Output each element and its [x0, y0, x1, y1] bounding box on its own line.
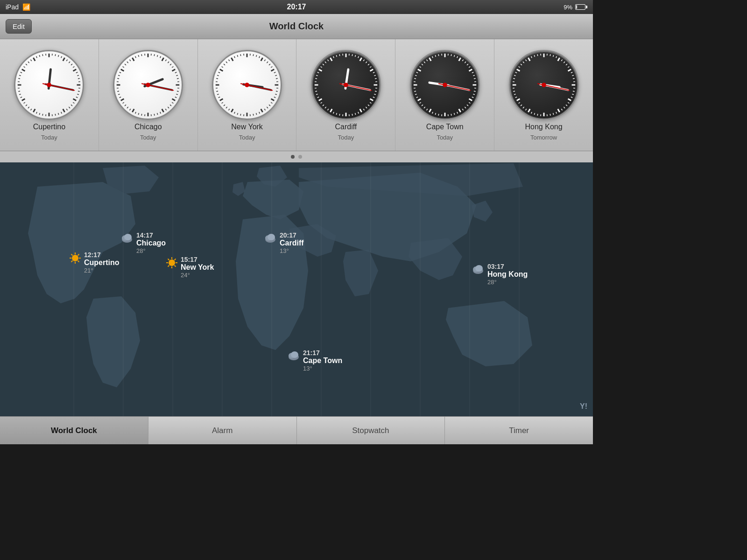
svg-line-122 [141, 54, 142, 56]
svg-line-113 [120, 72, 121, 73]
dot-2[interactable] [298, 155, 302, 159]
svg-line-152 [264, 109, 265, 110]
svg-line-211 [373, 97, 375, 98]
svg-line-305 [416, 72, 418, 73]
svg-line-233 [317, 97, 319, 98]
clock-face-4 [410, 50, 480, 120]
tab-timer[interactable]: Timer [445, 417, 593, 444]
svg-line-357 [523, 107, 524, 108]
svg-line-86 [170, 105, 171, 106]
status-bar: iPad 📶 20:17 9% [0, 0, 593, 14]
svg-line-359 [518, 102, 520, 103]
svg-point-424 [475, 265, 483, 272]
svg-line-34 [36, 112, 37, 114]
svg-line-156 [253, 114, 254, 116]
svg-line-291 [429, 109, 431, 112]
svg-line-204 [374, 75, 376, 76]
svg-line-403 [71, 261, 73, 262]
svg-line-112 [118, 75, 120, 76]
svg-line-138 [271, 69, 275, 71]
svg-line-42 [19, 94, 21, 95]
svg-point-319 [443, 83, 447, 87]
svg-line-363 [513, 91, 515, 91]
svg-line-3 [58, 55, 59, 57]
svg-line-23 [69, 107, 70, 108]
dot-1[interactable] [291, 155, 295, 159]
svg-line-370 [516, 69, 520, 71]
svg-line-229 [325, 107, 326, 108]
svg-line-167 [222, 102, 223, 103]
svg-line-314 [438, 54, 439, 56]
svg-line-323 [553, 55, 553, 57]
svg-point-127 [146, 83, 150, 87]
svg-line-337 [573, 91, 575, 91]
svg-line-121 [138, 55, 139, 57]
pin-temp: 28° [136, 247, 166, 254]
status-right: 9% [564, 4, 587, 11]
svg-line-215 [366, 107, 367, 108]
svg-line-120 [135, 56, 136, 58]
svg-line-119 [133, 58, 134, 61]
svg-line-263 [465, 62, 466, 63]
pin-temp: 21° [84, 267, 120, 274]
svg-line-372 [521, 64, 522, 65]
svg-line-66 [154, 54, 155, 56]
pin-temp: 28° [487, 279, 528, 286]
pin-temp: 24° [181, 272, 214, 279]
svg-line-170 [217, 94, 219, 95]
svg-line-277 [469, 102, 470, 103]
svg-line-67 [157, 55, 158, 57]
svg-line-281 [458, 109, 460, 112]
svg-line-53 [28, 62, 29, 63]
svg-line-197 [360, 58, 362, 61]
edit-button[interactable]: Edit [6, 19, 32, 34]
svg-line-135 [267, 62, 268, 63]
clock-cell-cupertino: CupertinoToday [0, 39, 99, 151]
svg-point-406 [124, 234, 132, 240]
svg-line-341 [568, 102, 569, 103]
svg-point-421 [291, 351, 298, 358]
svg-line-241 [317, 72, 319, 73]
svg-line-240 [316, 75, 318, 76]
svg-line-369 [515, 72, 517, 73]
svg-line-246 [327, 60, 328, 61]
svg-line-70 [165, 60, 166, 61]
svg-line-243 [321, 67, 322, 68]
svg-line-377 [534, 55, 535, 57]
svg-line-84 [172, 99, 176, 101]
tab-world-clock[interactable]: World Clock [0, 417, 148, 444]
svg-line-375 [528, 58, 530, 61]
svg-line-235 [315, 91, 317, 91]
svg-line-339 [571, 97, 572, 98]
svg-line-283 [454, 113, 454, 115]
svg-line-100 [130, 109, 131, 110]
svg-line-92 [154, 114, 155, 116]
svg-line-165 [226, 107, 227, 108]
pin-weather-icon-2 [166, 257, 178, 271]
pin-weather-icon-3 [264, 232, 277, 245]
svg-line-306 [418, 69, 421, 71]
pin-time: 21:17 [303, 349, 342, 357]
svg-line-89 [162, 109, 164, 112]
clock-face-2 [212, 50, 282, 120]
svg-line-267 [472, 72, 474, 73]
svg-line-288 [438, 114, 439, 116]
tab-stopwatch[interactable]: Stopwatch [297, 417, 445, 444]
clock-face-0 [14, 50, 84, 120]
svg-line-294 [422, 105, 423, 106]
svg-line-162 [234, 112, 235, 114]
clock-city-label: New York [231, 123, 263, 131]
tab-alarm[interactable]: Alarm [148, 417, 297, 444]
svg-line-214 [368, 105, 369, 106]
yahoo-logo: Y! [580, 402, 587, 411]
svg-line-344 [561, 109, 562, 110]
svg-line-146 [275, 94, 277, 95]
svg-line-69 [162, 58, 164, 61]
svg-line-220 [352, 114, 352, 116]
battery-icon [575, 4, 587, 10]
svg-line-178 [220, 69, 223, 71]
svg-line-278 [467, 105, 468, 106]
svg-line-77 [177, 78, 179, 79]
svg-line-368 [514, 75, 516, 76]
svg-line-264 [467, 64, 468, 65]
